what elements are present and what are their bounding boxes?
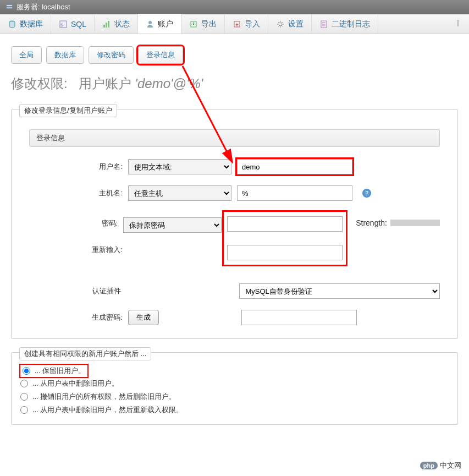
hostname-label: 主机名: [29,188,123,198]
radio-revoke-delete[interactable] [20,393,28,401]
sub-tabs: 全局 数据库 修改密码 登录信息 [11,46,458,64]
row-auth: 认证插件 MySQL自带身份验证 [20,278,449,304]
section-create-copy: 创建具有相同权限的新用户账户然后 ... ... 保留旧用户。 ... 从用户表… [11,352,458,425]
auth-label: 认证插件 [29,286,121,296]
username-mode-select[interactable]: 使用文本域: [128,159,231,174]
generated-password-input[interactable] [241,310,357,325]
login-info-heading: 登录信息 [29,129,440,147]
row-username: 用户名: 使用文本域: [20,154,449,180]
hostname-input[interactable] [237,185,352,201]
generate-label: 生成密码: [29,313,123,322]
database-icon [8,20,16,29]
password-repeat-input[interactable] [227,245,343,260]
option-keep-old[interactable]: ... 保留旧用户。 [20,365,87,377]
generate-button[interactable]: 生成 [128,310,159,325]
subtab-global[interactable]: 全局 [11,46,42,64]
radio-keep-old[interactable] [23,367,30,375]
strength-bar [390,220,440,226]
username-input[interactable] [237,159,352,174]
row-hostname: 主机名: 任意主机 ? [20,180,449,206]
radio-delete-old[interactable] [20,380,28,387]
account-icon [146,20,155,29]
nav-import[interactable]: 导入 [225,15,268,34]
svg-rect-7 [108,21,109,28]
nav-more-icon[interactable] [447,14,469,34]
window-title: 服务器: localhost [16,2,70,12]
sql-icon: S [59,20,68,29]
option-revoke-delete[interactable]: ... 撤销旧用户的所有权限，然后删除旧用户。 [20,390,449,403]
nav-settings[interactable]: 设置 [268,15,312,34]
hostname-mode-select[interactable]: 任意主机 [128,185,231,201]
export-icon [189,20,198,29]
status-icon [102,20,111,29]
page-title: 修改权限: 用户账户 'demo'@'%' [11,75,458,92]
svg-point-8 [148,21,152,24]
svg-rect-16 [457,20,459,26]
auth-plugin-select[interactable]: MySQL自带身份验证 [239,283,440,299]
subtab-change-password[interactable]: 修改密码 [89,46,134,64]
nav-binlog[interactable]: 二进制日志 [312,15,378,34]
section-edit-login-legend: 修改登录信息/复制用户账户 [19,104,117,117]
section-edit-login: 修改登录信息/复制用户账户 登录信息 用户名: 使用文本域: 主机名: 任意主机… [11,109,458,339]
row-generate: 生成密码: 生成 [20,304,449,331]
radio-delete-reload[interactable] [20,406,28,414]
import-icon [233,20,241,29]
binlog-icon [319,20,328,29]
option-delete-reload[interactable]: ... 从用户表中删除旧用户，然后重新载入权限。 [20,403,449,417]
nav-accounts[interactable]: 账户 [138,14,181,34]
password-input[interactable] [227,216,343,232]
subtab-database[interactable]: 数据库 [46,46,84,64]
nav-database[interactable]: 数据库 [0,15,51,34]
option-delete-old[interactable]: ... 从用户表中删除旧用户。 [20,377,449,390]
password-mode-select[interactable]: 保持原密码 [123,217,222,233]
window-titlebar: 服务器: localhost [0,0,469,14]
help-icon[interactable]: ? [362,189,371,198]
main-nav: 数据库 S SQL 状态 账户 导出 导入 设置 二进制日志 [0,14,469,34]
svg-rect-0 [7,5,13,7]
settings-icon [276,20,285,29]
nav-status[interactable]: 状态 [95,15,138,34]
nav-export[interactable]: 导出 [181,15,225,34]
svg-text:S: S [60,23,63,28]
username-label: 用户名: [29,162,123,172]
section-create-copy-legend: 创建具有相同权限的新用户账户然后 ... [19,347,151,360]
password-label: 密码: [29,212,118,228]
password-strength: Strength: [356,218,440,227]
server-icon [5,3,13,11]
subtab-login-info[interactable]: 登录信息 [138,46,183,64]
svg-rect-1 [7,7,13,9]
svg-point-11 [279,23,282,26]
nav-sql[interactable]: S SQL [51,15,95,33]
svg-rect-5 [103,25,105,28]
svg-rect-6 [106,23,107,28]
